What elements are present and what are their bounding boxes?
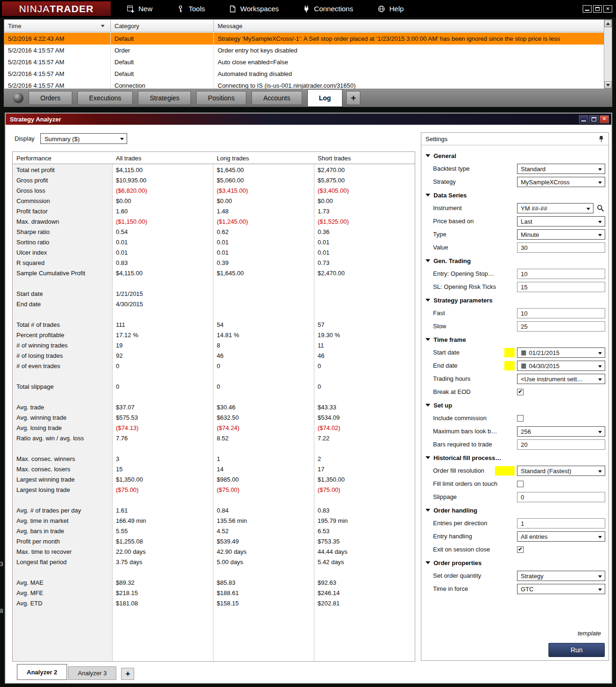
setting-input[interactable]: 10 bbox=[517, 269, 605, 279]
setting-dropdown[interactable]: All entries bbox=[517, 531, 605, 542]
log-column-message[interactable]: Message bbox=[214, 20, 604, 32]
add-tab-button[interactable]: + bbox=[346, 91, 360, 105]
row-value: $0.00 bbox=[112, 196, 213, 206]
menu-connections[interactable]: Connections bbox=[303, 5, 353, 13]
log-row[interactable]: 5/2/2016 4:15:57 AMConnectionConnecting … bbox=[4, 80, 604, 89]
window-close-button[interactable] bbox=[603, 5, 612, 13]
scroll-down-button[interactable] bbox=[604, 81, 612, 89]
settings-row: InstrumentYM ##-## bbox=[421, 202, 608, 215]
row-value: 1.73 bbox=[314, 206, 415, 216]
setting-input[interactable]: 20 bbox=[517, 439, 605, 450]
row-value: 0.54 bbox=[112, 226, 213, 237]
row-label: Ratio avg. win / avg. loss bbox=[13, 433, 112, 443]
setting-dropdown[interactable]: Standard (Fastest) bbox=[517, 466, 605, 476]
table-row: Total slippage000 bbox=[13, 381, 415, 392]
window-minimize-button[interactable] bbox=[583, 5, 592, 13]
settings-section-header[interactable]: Time frame bbox=[421, 333, 608, 346]
setting-dropdown[interactable]: YM ##-## bbox=[517, 203, 593, 213]
tab-positions[interactable]: Positions bbox=[196, 91, 246, 105]
setting-dropdown[interactable]: Minute bbox=[517, 229, 605, 240]
settings-section-header[interactable]: Order properties bbox=[421, 556, 608, 569]
log-row[interactable]: 5/2/2016 4:15:57 AMOrderOrder entry hot … bbox=[4, 45, 604, 56]
setting-label: Exit on session close bbox=[433, 546, 490, 553]
settings-section-header[interactable]: Set up bbox=[421, 399, 608, 412]
setting-label: Price based on bbox=[433, 218, 474, 225]
row-value: 0.84 bbox=[213, 505, 314, 515]
settings-section-header[interactable]: Historical fill process… bbox=[421, 451, 608, 464]
log-row[interactable]: 5/2/2016 4:22:43 AMDefaultStrategy 'MySa… bbox=[4, 33, 604, 45]
setting-input[interactable]: 25 bbox=[517, 321, 605, 332]
setting-dropdown[interactable]: MySampleXCross bbox=[517, 177, 605, 187]
analyzer-maximize-button[interactable] bbox=[589, 115, 599, 123]
menu-new[interactable]: New bbox=[127, 5, 152, 13]
setting-dropdown[interactable]: Last bbox=[517, 216, 605, 226]
settings-section-header[interactable]: Data Series bbox=[421, 189, 608, 202]
desktop: 3 8 NINJATRADER New Tools Workspaces Con… bbox=[0, 0, 616, 687]
setting-dropdown[interactable]: <Use instrument sett… bbox=[517, 374, 605, 384]
settings-section-header[interactable]: Order handling bbox=[421, 504, 608, 517]
tab-analyzer-2[interactable]: Analyzer 2 bbox=[17, 664, 67, 680]
setting-input[interactable]: 1 bbox=[517, 518, 605, 528]
setting-checkbox[interactable] bbox=[517, 481, 524, 487]
settings-section-header[interactable]: Gen. Trading bbox=[421, 254, 608, 267]
log-row[interactable]: 5/2/2016 4:15:57 AMDefaultAutomated trad… bbox=[4, 68, 604, 80]
setting-input[interactable]: 10 bbox=[517, 308, 605, 318]
setting-input[interactable]: 30 bbox=[517, 242, 605, 253]
tab-executions[interactable]: Executions bbox=[77, 91, 133, 105]
workspaces-icon bbox=[229, 5, 236, 13]
search-icon[interactable] bbox=[596, 204, 605, 213]
setting-dropdown[interactable]: Strategy bbox=[517, 571, 605, 581]
run-button[interactable]: Run bbox=[548, 643, 605, 657]
tab-strategies[interactable]: Strategies bbox=[138, 91, 191, 105]
yellow-highlight-mark bbox=[504, 348, 515, 357]
menu-workspaces[interactable]: Workspaces bbox=[229, 5, 279, 13]
settings-section-header[interactable]: General bbox=[421, 149, 608, 162]
menu-help[interactable]: Help bbox=[378, 5, 404, 13]
row-value: 0 bbox=[112, 361, 213, 371]
add-analyzer-tab-button[interactable]: + bbox=[121, 668, 134, 680]
analyzer-close-button[interactable] bbox=[600, 115, 609, 123]
row-value: 0.83 bbox=[112, 257, 213, 268]
log-column-time[interactable]: Time bbox=[4, 20, 111, 32]
log-scrollbar[interactable] bbox=[604, 20, 612, 89]
setting-label: Fast bbox=[433, 310, 445, 317]
scroll-up-button[interactable] bbox=[604, 20, 612, 27]
analyzer-minimize-button[interactable] bbox=[579, 115, 588, 123]
setting-input[interactable]: 15 bbox=[517, 282, 605, 292]
settings-row: Set order quantityStrategy bbox=[421, 569, 608, 582]
display-row: Display Summary ($) bbox=[15, 133, 127, 144]
menu-tools[interactable]: Tools bbox=[177, 5, 205, 13]
row-value: $89.32 bbox=[112, 577, 213, 588]
setting-date-dropdown[interactable]: ▦04/30/2015 bbox=[517, 361, 605, 371]
tab-log[interactable]: Log bbox=[307, 89, 343, 107]
table-row: Avg. trade$37.07$30.46$43.33 bbox=[13, 402, 415, 412]
log-column-category[interactable]: Category bbox=[111, 20, 214, 32]
log-row[interactable]: 5/2/2016 4:15:57 AMDefaultAuto close ena… bbox=[4, 56, 604, 68]
tab-accounts[interactable]: Accounts bbox=[251, 91, 302, 105]
display-dropdown[interactable]: Summary ($) bbox=[40, 133, 127, 144]
tab-orders[interactable]: Orders bbox=[29, 91, 72, 105]
setting-dropdown[interactable]: 256 bbox=[517, 426, 605, 437]
window-maximize-button[interactable] bbox=[593, 5, 602, 13]
setting-input[interactable]: 0 bbox=[517, 492, 605, 502]
analyzer-titlebar[interactable]: Strategy Analyzer bbox=[6, 113, 611, 125]
setting-checkbox[interactable] bbox=[517, 389, 524, 395]
row-label: Total # of trades bbox=[13, 319, 112, 330]
setting-checkbox[interactable] bbox=[517, 415, 524, 422]
setting-checkbox[interactable] bbox=[517, 546, 524, 553]
setting-date-dropdown[interactable]: ▦01/21/2015 bbox=[517, 347, 605, 358]
setting-dropdown[interactable]: GTC bbox=[517, 584, 605, 594]
setting-dropdown[interactable]: Standard bbox=[517, 164, 605, 174]
row-value: 0 bbox=[112, 381, 213, 392]
row-label: Gross loss bbox=[13, 185, 112, 196]
settings-section-header[interactable]: Strategy parameters bbox=[421, 294, 608, 307]
input-value: 0 bbox=[521, 494, 524, 501]
row-value: ($6,820.00) bbox=[112, 185, 213, 196]
pin-icon[interactable] bbox=[598, 136, 604, 143]
settings-section-title: Historical fill process… bbox=[433, 454, 502, 461]
filter-dropdown-icon[interactable] bbox=[101, 25, 105, 27]
table-row: Avg. ETD$181.08$158.15$202.81 bbox=[13, 598, 415, 608]
tab-analyzer-3[interactable]: Analyzer 3 bbox=[68, 666, 116, 680]
main-menubar: NINJATRADER New Tools Workspaces Connect… bbox=[0, 0, 616, 17]
settings-row: SL: Opening Risk Ticks15 bbox=[421, 280, 608, 294]
